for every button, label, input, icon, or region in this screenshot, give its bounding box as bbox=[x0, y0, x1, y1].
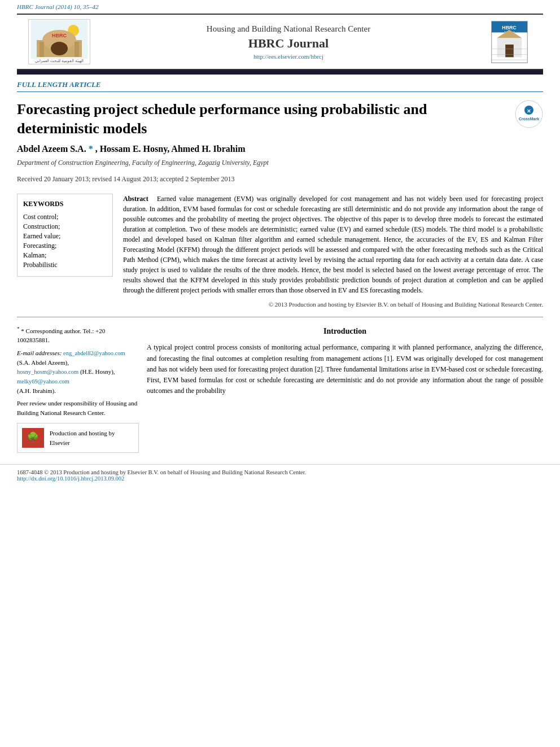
introduction-panel: Introduction A typical project control p… bbox=[147, 325, 543, 453]
svg-point-4 bbox=[51, 42, 68, 55]
title-area: Forecasting project schedule performance… bbox=[0, 92, 560, 144]
institute-name: Housing and Building National Research C… bbox=[99, 24, 478, 34]
email-label: E-mail addresses: bbox=[17, 350, 62, 356]
email-ibrahim-name: (A.H. Ibrahim). bbox=[17, 387, 56, 394]
article-title: Forecasting project schedule performance… bbox=[17, 100, 515, 138]
keyword-1: Cost control; bbox=[23, 213, 107, 221]
keyword-3: Earned value; bbox=[23, 232, 107, 241]
email-hosny-name: (H.E. Hosny), bbox=[80, 368, 115, 375]
crossmark-icon: ✕ CrossMark bbox=[515, 100, 543, 128]
author-azeem-link[interactable]: * bbox=[89, 144, 93, 154]
header-right-logo: HBRC Journal bbox=[487, 19, 532, 64]
journal-header: HBRC الهيئة القومية للبحث العمراني Housi… bbox=[17, 14, 543, 70]
introduction-text: A typical project control process consis… bbox=[147, 342, 543, 396]
email-hosny[interactable]: hosny_hosm@yahoo.com bbox=[17, 369, 78, 375]
author-separator-1: , Hossam E. Hosny, Ahmed H. Ibrahim bbox=[95, 144, 246, 154]
peer-review-note: Peer review under responsibility of Hous… bbox=[17, 399, 139, 417]
svg-rect-5 bbox=[40, 42, 44, 57]
footer-issn: 1687-4048 © 2013 Production and hosting … bbox=[17, 469, 543, 475]
svg-text:HBRC: HBRC bbox=[52, 33, 67, 38]
elsevier-logo-icon: 🌳 bbox=[22, 428, 44, 448]
elsevier-box: 🌳 Production and hosting by Elsevier bbox=[17, 423, 139, 453]
keyword-2: Construction; bbox=[23, 222, 107, 231]
bottom-area: * * Corresponding author. Tel.: +20 1002… bbox=[0, 325, 560, 453]
journal-title-header: HBRC Journal bbox=[99, 36, 478, 51]
received-dates: Received 20 January 2013; revised 14 Aug… bbox=[0, 173, 560, 186]
keyword-5: Kalman; bbox=[23, 251, 107, 260]
keyword-4: Forecasting; bbox=[23, 242, 107, 250]
author-azeem: Abdel Azeem S.A. bbox=[17, 144, 89, 154]
corresponding-author: * * Corresponding author. Tel.: +20 1002… bbox=[17, 325, 139, 345]
svg-rect-6 bbox=[75, 42, 79, 57]
journal-reference: HBRC Journal (2014) 10, 35–42 bbox=[0, 0, 560, 14]
logo-arabic-text: الهيئة القومية للبحث العمراني bbox=[34, 59, 84, 63]
elsevier-text: Production and hosting by Elsevier bbox=[50, 429, 134, 447]
affiliation-line: Department of Construction Engineering, … bbox=[0, 158, 560, 168]
hbrc-logo: HBRC الهيئة القومية للبحث العمراني bbox=[28, 19, 90, 64]
elsevier-tree-icon: 🌳 bbox=[22, 429, 43, 447]
svg-rect-14 bbox=[505, 44, 514, 56]
abstract-panel: Abstract Earned value management (EVM) w… bbox=[113, 194, 543, 309]
section-divider bbox=[17, 317, 543, 317]
email-azeem-name: (S.A. Abdel Azeem), bbox=[17, 359, 69, 366]
footnotes-panel: * * Corresponding author. Tel.: +20 1002… bbox=[17, 325, 147, 453]
logo-svg: HBRC bbox=[31, 20, 88, 59]
keyword-6: Probabilistic bbox=[23, 261, 107, 269]
content-area: KEYWORDS Cost control; Construction; Ear… bbox=[0, 194, 560, 309]
keywords-panel: KEYWORDS Cost control; Construction; Ear… bbox=[17, 194, 113, 277]
footer-doi[interactable]: http://dx.doi.org/10.1016/j.hbrcj.2013.0… bbox=[17, 475, 543, 482]
page-footer: 1687-4048 © 2013 Production and hosting … bbox=[0, 464, 560, 486]
email-addresses: E-mail addresses: eng_abdel82@yahoo.com … bbox=[17, 348, 139, 395]
hbrc-small-logo: HBRC Journal bbox=[491, 21, 528, 63]
svg-text:CrossMark: CrossMark bbox=[519, 117, 539, 121]
abstract-text: Abstract Earned value management (EVM) w… bbox=[123, 194, 543, 295]
small-logo-svg: HBRC Journal bbox=[491, 21, 528, 63]
header-center: Housing and Building National Research C… bbox=[99, 24, 478, 60]
email-azeem[interactable]: eng_abdel82@yahoo.com bbox=[63, 350, 125, 356]
journal-url[interactable]: http://ees.elsevier.com/hbrcj bbox=[99, 53, 478, 60]
keywords-heading: KEYWORDS bbox=[23, 200, 107, 208]
abstract-label: Abstract bbox=[123, 195, 148, 203]
black-separator-bar bbox=[17, 70, 543, 75]
svg-text:🌳: 🌳 bbox=[27, 431, 40, 444]
crossmark-badge[interactable]: ✕ CrossMark bbox=[515, 100, 543, 128]
copyright-line: © 2013 Production and hosting by Elsevie… bbox=[123, 300, 543, 309]
svg-text:✕: ✕ bbox=[527, 108, 531, 114]
svg-text:HBRC: HBRC bbox=[502, 24, 517, 30]
email-ibrahim[interactable]: melky69@yahoo.com bbox=[17, 378, 69, 385]
abstract-body: Earned value management (EVM) was origin… bbox=[123, 195, 543, 294]
introduction-heading: Introduction bbox=[147, 325, 543, 338]
article-type-label: FULL LENGTH ARTICLE bbox=[17, 80, 101, 89]
authors-line: Abdel Azeem S.A. * , Hossam E. Hosny, Ah… bbox=[0, 144, 560, 154]
